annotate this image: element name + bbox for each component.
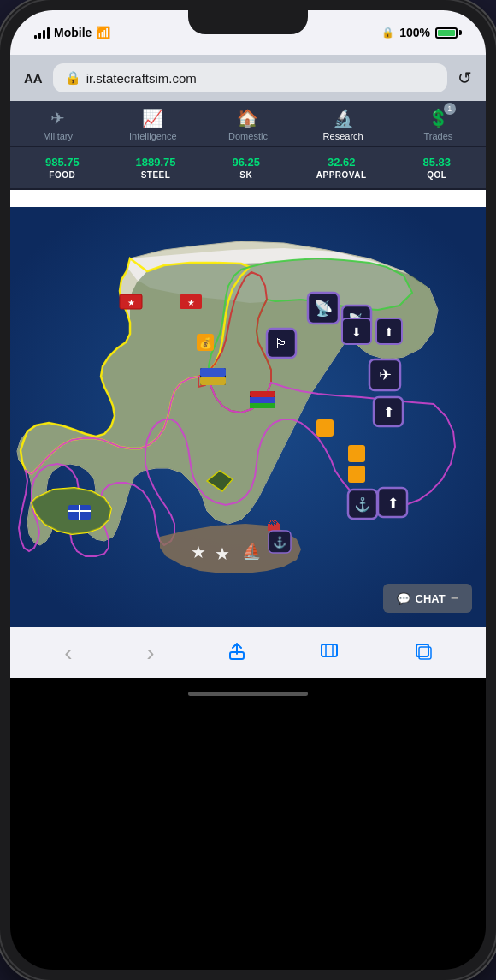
home-bar xyxy=(188,692,308,696)
svg-rect-46 xyxy=(322,644,337,656)
intelligence-icon: 📈 xyxy=(142,108,163,128)
svg-rect-38 xyxy=(348,466,365,483)
svg-rect-47 xyxy=(416,644,428,656)
svg-text:★: ★ xyxy=(127,298,135,307)
tab-trades[interactable]: 💲 1 Trades xyxy=(412,108,464,141)
svg-text:★: ★ xyxy=(187,298,195,307)
svg-text:📡: 📡 xyxy=(314,299,334,318)
trades-label: Trades xyxy=(423,131,452,141)
svg-rect-30 xyxy=(250,403,275,408)
phone-screen: Mobile 📶 🔒 100% AA 🔒 ir.statecraftsim.co… xyxy=(10,10,486,970)
approval-value: 32.62 xyxy=(328,156,356,169)
food-label: FOOD xyxy=(49,170,75,180)
browser-bar: AA 🔒 ir.statecraftsim.com ↺ xyxy=(10,55,486,101)
signal-bars xyxy=(34,27,50,39)
phone-frame: Mobile 📶 🔒 100% AA 🔒 ir.statecraftsim.co… xyxy=(0,0,496,980)
food-value: 985.75 xyxy=(45,156,80,169)
svg-text:⚓: ⚓ xyxy=(273,535,287,549)
url-bar[interactable]: 🔒 ir.statecraftsim.com xyxy=(53,63,447,92)
tab-domestic[interactable]: 🏠 Domestic xyxy=(222,108,274,141)
chat-label: CHAT xyxy=(416,592,446,605)
military-label: Military xyxy=(43,131,73,141)
trades-badge-count: 1 xyxy=(444,103,456,115)
svg-rect-28 xyxy=(250,391,275,397)
steel-value: 1889.75 xyxy=(136,156,176,169)
military-icon: ✈ xyxy=(50,108,65,128)
browser-bottom-bar: ‹ › xyxy=(10,627,486,678)
stat-qol: 85.83 QOL xyxy=(423,156,452,180)
svg-text:★: ★ xyxy=(191,543,206,561)
tab-intelligence[interactable]: 📈 Intelligence xyxy=(127,108,179,141)
svg-text:⬆: ⬆ xyxy=(383,405,394,419)
svg-text:⛵: ⛵ xyxy=(242,542,262,561)
svg-text:⬆: ⬆ xyxy=(384,325,394,339)
battery-icon xyxy=(435,27,462,39)
back-button[interactable]: ‹ xyxy=(57,633,79,674)
research-icon: 🔬 xyxy=(333,108,354,128)
svg-rect-29 xyxy=(250,397,275,403)
svg-rect-37 xyxy=(348,445,365,462)
stats-bar: 985.75 FOOD 1889.75 STEEL 96.25 SK 32.62… xyxy=(10,147,486,190)
svg-text:★: ★ xyxy=(215,544,230,563)
battery-body xyxy=(435,27,458,39)
svg-rect-32 xyxy=(79,505,80,520)
battery-fill xyxy=(438,30,455,36)
stat-steel: 1889.75 STEEL xyxy=(136,156,176,180)
domestic-icon: 🏠 xyxy=(237,108,258,128)
sk-value: 96.25 xyxy=(232,156,260,169)
sk-label: SK xyxy=(239,170,252,180)
qol-value: 85.83 xyxy=(423,156,452,169)
signal-bar-1 xyxy=(34,35,37,39)
domestic-label: Domestic xyxy=(228,131,268,141)
stat-sk: 96.25 SK xyxy=(232,156,260,180)
share-button[interactable] xyxy=(221,633,252,672)
chat-icon: 💬 xyxy=(397,592,410,605)
font-size-button[interactable]: AA xyxy=(24,71,43,86)
battery-tip xyxy=(459,30,462,35)
svg-text:⬇: ⬇ xyxy=(351,325,362,339)
map-svg: 📡 📡 🏳 ✈ ⬇ ⬆ ⬆ xyxy=(10,207,486,627)
chat-button[interactable]: 💬 CHAT − xyxy=(383,584,472,613)
forward-button[interactable]: › xyxy=(139,633,161,674)
signal-bar-2 xyxy=(38,33,41,39)
svg-rect-25 xyxy=(200,368,226,377)
status-bar: Mobile 📶 🔒 100% xyxy=(10,10,486,55)
svg-text:⚓: ⚓ xyxy=(354,496,371,513)
signal-bar-3 xyxy=(43,30,45,39)
battery-percent: 100% xyxy=(399,26,430,39)
svg-text:💰: 💰 xyxy=(199,336,212,349)
status-left: Mobile 📶 xyxy=(34,26,110,39)
qol-label: QOL xyxy=(427,170,446,180)
wifi-icon: 📶 xyxy=(96,26,110,39)
svg-text:🏳: 🏳 xyxy=(275,336,288,351)
url-text: ir.statecraftsim.com xyxy=(86,71,197,86)
tabs-button[interactable] xyxy=(406,634,439,671)
carrier-label: Mobile xyxy=(54,26,92,39)
research-label: Research xyxy=(323,131,363,141)
intelligence-label: Intelligence xyxy=(129,131,177,141)
svg-rect-36 xyxy=(316,419,334,437)
bookmarks-button[interactable] xyxy=(313,634,345,671)
stat-food: 985.75 FOOD xyxy=(45,156,80,180)
refresh-button[interactable]: ↺ xyxy=(458,68,472,88)
approval-label: APPROVAL xyxy=(316,170,367,180)
lock-icon: 🔒 xyxy=(65,70,81,86)
battery-lock-icon: 🔒 xyxy=(381,27,394,39)
home-indicator xyxy=(10,678,486,709)
spacer-bar xyxy=(10,190,486,207)
map-container[interactable]: 📡 📡 🏳 ✈ ⬇ ⬆ ⬆ xyxy=(10,207,486,627)
notch xyxy=(188,10,308,34)
status-right: 🔒 100% xyxy=(381,26,462,39)
steel-label: STEEL xyxy=(141,170,171,180)
nav-tabs: ✈ Military 📈 Intelligence 🏠 Domestic 🔬 R… xyxy=(10,101,486,147)
stat-approval: 32.62 APPROVAL xyxy=(316,156,367,180)
tab-research[interactable]: 🔬 Research xyxy=(317,108,369,141)
svg-rect-26 xyxy=(200,377,226,385)
svg-rect-33 xyxy=(68,510,91,512)
svg-text:⬆: ⬆ xyxy=(387,496,399,510)
chat-collapse-icon[interactable]: − xyxy=(451,591,458,606)
svg-text:✈: ✈ xyxy=(379,366,392,383)
signal-bar-4 xyxy=(47,27,50,39)
tab-military[interactable]: ✈ Military xyxy=(32,108,84,141)
